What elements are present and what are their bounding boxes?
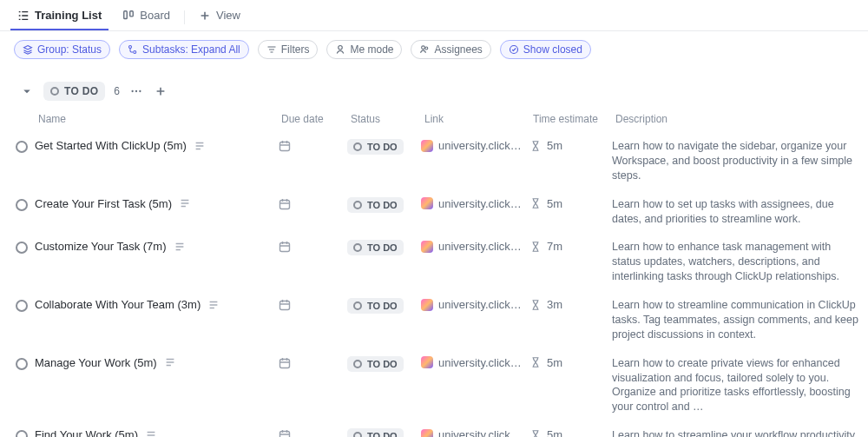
calendar-icon [278,240,292,254]
calendar-icon [278,197,292,211]
link-cell[interactable]: university.click… [421,197,529,210]
description-cell: Learn how to navigate the sidebar, organ… [612,139,868,183]
me-mode-button[interactable]: Me mode [326,40,402,59]
status-cell[interactable]: TO DO [347,428,421,437]
assignees-button[interactable]: Assignees [411,40,490,59]
filters-button[interactable]: Filters [258,40,319,59]
svg-point-2 [129,46,132,49]
link-cell[interactable]: university.click… [421,240,529,253]
task-row[interactable]: Get Started With ClickUp (5m) TO DO univ… [0,132,868,190]
link-text: university.click… [438,428,522,437]
due-date-cell[interactable] [278,197,347,211]
col-time-estimate[interactable]: Time estimate [529,113,612,125]
time-estimate-cell[interactable]: 5m [529,428,612,437]
svg-rect-15 [280,359,290,367]
time-estimate-cell[interactable]: 5m [529,139,612,152]
task-name[interactable]: Create Your First Task (5m) [35,197,172,210]
group-more-button[interactable] [128,83,144,99]
task-status-circle-icon[interactable] [16,300,28,312]
task-row[interactable]: Customize Your Task (7m) TO DO universit… [0,233,868,291]
group-collapse-caret[interactable] [19,83,35,99]
filter-icon [266,44,277,55]
group-status-chip[interactable]: TO DO [43,82,105,101]
task-status-circle-icon[interactable] [16,242,28,254]
status-cell[interactable]: TO DO [347,139,421,155]
task-name[interactable]: Get Started With ClickUp (5m) [35,139,187,152]
clickup-university-icon [421,241,433,253]
task-row[interactable]: Find Your Work (5m) TO DO university.cli… [0,421,868,437]
description-icon [174,241,186,253]
col-name[interactable]: Name [35,113,278,125]
status-cell[interactable]: TO DO [347,298,421,314]
tasks-container: Get Started With ClickUp (5m) TO DO univ… [0,132,868,437]
group-status-pill[interactable]: Group: Status [14,40,110,59]
time-estimate-cell[interactable]: 5m [529,356,612,369]
task-row[interactable]: Collaborate With Your Team (3m) TO DO un… [0,291,868,349]
svg-rect-0 [124,10,128,18]
col-link[interactable]: Link [421,113,529,125]
due-date-cell[interactable] [278,298,347,312]
view-tab-training-list[interactable]: Training List [10,3,108,30]
subtasks-expand-pill[interactable]: Subtasks: Expand All [119,40,249,59]
view-tab-board[interactable]: Board [115,3,177,30]
add-view-button[interactable]: View [192,3,247,30]
me-mode-label: Me mode [350,43,393,56]
status-cell[interactable]: TO DO [347,240,421,255]
clickup-university-icon [421,429,433,437]
show-closed-button[interactable]: Show closed [500,40,591,59]
svg-rect-11 [280,142,290,151]
description-icon [207,299,220,311]
due-date-cell[interactable] [278,428,347,437]
time-text: 5m [547,356,562,369]
hourglass-icon [529,356,542,368]
svg-point-6 [425,47,428,50]
due-date-cell[interactable] [278,240,347,254]
task-row[interactable]: Create Your First Task (5m) TO DO univer… [0,190,868,234]
task-name[interactable]: Manage Your Work (5m) [35,356,157,369]
link-cell[interactable]: university.click… [421,428,529,437]
description-icon [194,140,206,152]
svg-point-4 [339,46,343,50]
view-tab-label: Training List [35,9,102,22]
col-status[interactable]: Status [347,113,421,125]
plus-icon [199,10,211,22]
group-add-button[interactable] [153,83,168,99]
status-pill-label: TO DO [367,200,398,210]
task-row[interactable]: Manage Your Work (5m) TO DO university.c… [0,349,868,422]
time-estimate-cell[interactable]: 3m [529,298,612,311]
column-headers: Name Due date Status Link Time estimate … [0,106,868,132]
due-date-cell[interactable] [278,139,347,153]
description-cell: Learn how to streamline communication in… [612,298,868,342]
status-dot-icon [50,87,59,96]
time-estimate-cell[interactable]: 7m [529,240,612,253]
status-pill-label: TO DO [367,431,398,437]
link-cell[interactable]: university.click… [421,356,529,369]
svg-point-9 [135,90,137,92]
hourglass-icon [529,241,542,253]
due-date-cell[interactable] [278,356,347,370]
col-description[interactable]: Description [612,113,868,125]
time-text: 3m [547,298,562,311]
link-cell[interactable]: university.click… [421,139,529,152]
time-estimate-cell[interactable]: 5m [529,197,612,210]
task-status-circle-icon[interactable] [16,430,28,437]
group-status-label: Group: Status [37,43,102,56]
status-cell[interactable]: TO DO [347,356,421,372]
chevron-down-icon [22,86,32,96]
status-dot-icon [353,432,362,437]
description-cell: Learn how to create private views for en… [612,356,868,415]
task-name[interactable]: Customize Your Task (7m) [35,240,167,253]
time-text: 5m [547,197,562,210]
task-name[interactable]: Collaborate With Your Team (3m) [35,298,201,311]
task-status-circle-icon[interactable] [16,199,28,211]
link-cell[interactable]: university.click… [421,298,529,311]
assignees-label: Assignees [434,43,482,56]
col-due-date[interactable]: Due date [278,113,347,125]
task-name[interactable]: Find Your Work (5m) [35,428,138,437]
task-status-circle-icon[interactable] [16,141,28,153]
task-status-circle-icon[interactable] [16,358,28,370]
view-tab-label: Board [140,9,170,22]
status-cell[interactable]: TO DO [347,197,421,213]
filters-label: Filters [281,43,310,56]
hourglass-icon [529,197,542,209]
